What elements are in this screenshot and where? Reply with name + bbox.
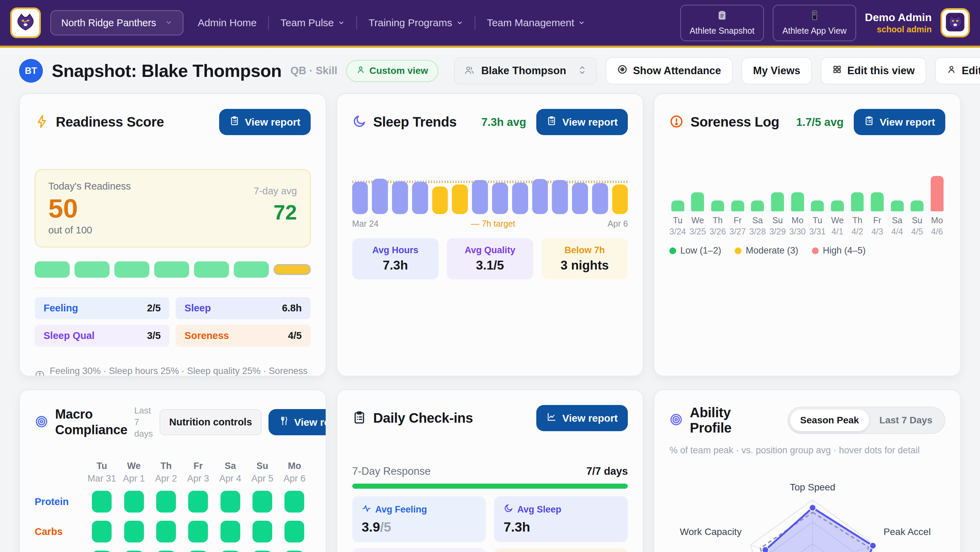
sleep-bar[interactable] bbox=[352, 182, 368, 214]
sleep-bar[interactable] bbox=[512, 183, 528, 214]
macro-cell bbox=[215, 519, 247, 544]
chevron-down-icon bbox=[456, 17, 463, 29]
sleep-bar[interactable] bbox=[432, 186, 448, 214]
readiness-day-pill[interactable] bbox=[75, 261, 110, 278]
readiness-day-pill[interactable] bbox=[115, 261, 150, 278]
clipboard-icon bbox=[864, 116, 874, 128]
target-icon bbox=[669, 413, 683, 428]
nav-divider bbox=[475, 16, 476, 30]
sleep-bar[interactable] bbox=[412, 182, 428, 214]
edit-this-view-button[interactable]: Edit this view bbox=[821, 57, 926, 84]
sleep-bar[interactable] bbox=[492, 183, 508, 214]
macro-met-square bbox=[188, 491, 208, 512]
nutrition-controls-button[interactable]: Nutrition controls bbox=[159, 409, 261, 435]
athlete-select-value: Blake Thompson bbox=[481, 65, 571, 77]
sleep-bar[interactable] bbox=[392, 181, 408, 214]
checkins-view-report-button[interactable]: View report bbox=[536, 405, 628, 431]
info-icon bbox=[35, 370, 45, 376]
sleep-bar[interactable] bbox=[372, 179, 388, 214]
toggle-last-7-days[interactable]: Last 7 Days bbox=[869, 409, 943, 431]
team-selector-value: North Ridge Panthers bbox=[61, 17, 156, 29]
radar-data-dot[interactable] bbox=[809, 505, 816, 511]
soreness-bar[interactable] bbox=[931, 176, 943, 212]
soreness-legend: Low (1–2) Moderate (3) High (4–5) bbox=[669, 245, 945, 256]
soreness-view-report-button[interactable]: View report bbox=[854, 109, 945, 135]
sleep-bar[interactable] bbox=[472, 180, 488, 214]
nav-item-training-programs[interactable]: Training Programs bbox=[369, 17, 463, 29]
edit-athlete-profile-button[interactable]: Edit Athlete Profile bbox=[935, 57, 980, 84]
soreness-day-column: Fr3/27 bbox=[729, 200, 746, 237]
card-title: Soreness Log bbox=[690, 115, 779, 130]
macro-view-report-button[interactable]: View report bbox=[269, 409, 326, 435]
readiness-day-pill[interactable] bbox=[194, 261, 229, 278]
below-target-stat: Below 7h 3 nights bbox=[541, 238, 628, 279]
readiness-view-report-button[interactable]: View report bbox=[219, 109, 311, 135]
soreness-bar[interactable] bbox=[751, 200, 764, 212]
bolt-icon bbox=[35, 115, 49, 130]
readiness-today-pill[interactable] bbox=[274, 264, 311, 275]
sleep-view-report-button[interactable]: View report bbox=[536, 109, 628, 135]
sleep-bar[interactable] bbox=[532, 179, 548, 214]
show-attendance-button[interactable]: Show Attendance bbox=[606, 57, 733, 84]
soreness-bar[interactable] bbox=[831, 200, 844, 212]
soreness-bar[interactable] bbox=[891, 200, 904, 212]
soreness-day-column: Tu3/24 bbox=[669, 200, 686, 237]
soreness-bar[interactable] bbox=[811, 200, 824, 212]
soreness-bar[interactable] bbox=[771, 192, 784, 212]
toggle-season-peak[interactable]: Season Peak bbox=[790, 409, 869, 431]
radar-data-dot[interactable] bbox=[762, 547, 768, 552]
team-logo[interactable] bbox=[10, 8, 41, 38]
macro-met-square bbox=[221, 521, 240, 542]
soreness-bar[interactable] bbox=[851, 192, 864, 212]
soreness-day-column: Mo3/30 bbox=[789, 192, 806, 237]
my-views-button[interactable]: My Views bbox=[741, 57, 812, 84]
divider bbox=[35, 288, 311, 288]
user-menu[interactable]: Demo Admin school admin bbox=[865, 11, 932, 35]
custom-view-badge[interactable]: Custom view bbox=[346, 60, 438, 82]
athlete-snapshot-button[interactable]: Athlete Snapshot bbox=[680, 5, 764, 41]
soreness-log-card: Soreness Log 1.7/5 avg View report Tu3/2… bbox=[654, 93, 961, 376]
readiness-day-pill[interactable] bbox=[234, 261, 269, 278]
response-label: 7-Day Response bbox=[352, 465, 431, 477]
soreness-bar[interactable] bbox=[911, 200, 924, 212]
readiness-day-pill[interactable] bbox=[35, 261, 70, 278]
macro-cell bbox=[215, 489, 247, 515]
readiness-day-pill[interactable] bbox=[154, 261, 189, 278]
macro-date-label: Apr 1 bbox=[118, 472, 150, 485]
sleep-bar[interactable] bbox=[572, 183, 588, 214]
soreness-stat: Soreness bbox=[494, 548, 628, 552]
macro-cell bbox=[86, 519, 118, 544]
nav-item-team-pulse[interactable]: Team Pulse bbox=[280, 17, 345, 29]
soreness-bar[interactable] bbox=[711, 200, 724, 212]
avg-hours-stat: Avg Hours 7.3h bbox=[352, 238, 439, 279]
user-avatar[interactable] bbox=[940, 8, 970, 37]
ability-profile-card: Ability Profile Season Peak Last 7 Days … bbox=[654, 389, 961, 552]
sleep-bar[interactable] bbox=[612, 185, 628, 214]
athlete-select[interactable]: Blake Thompson bbox=[454, 57, 597, 84]
soreness-bar[interactable] bbox=[791, 192, 804, 212]
soreness-date-label: 3/27 bbox=[729, 227, 746, 237]
today-readiness-label: Today's Readiness bbox=[48, 181, 131, 192]
nav-item-team-management[interactable]: Team Management bbox=[487, 17, 585, 29]
team-selector[interactable]: North Ridge Panthers bbox=[50, 10, 183, 35]
soreness-bar[interactable] bbox=[871, 192, 884, 212]
macro-cell bbox=[118, 519, 150, 544]
sleep-qual-stat: Sleep Qual bbox=[352, 548, 486, 552]
soreness-bar[interactable] bbox=[691, 192, 704, 212]
soreness-date-label: 3/24 bbox=[669, 227, 686, 237]
today-readiness-scale: out of 100 bbox=[48, 224, 131, 236]
card-title: Readiness Score bbox=[56, 115, 164, 130]
sleep-bar[interactable] bbox=[452, 185, 468, 214]
sleep-bar[interactable] bbox=[592, 183, 608, 214]
athlete-app-view-button[interactable]: Athlete App View bbox=[773, 5, 856, 41]
soreness-date-label: 4/5 bbox=[911, 227, 923, 237]
soreness-bar[interactable] bbox=[731, 200, 744, 212]
radar-data-dot[interactable] bbox=[869, 542, 876, 549]
response-value: 7/7 days bbox=[586, 465, 628, 477]
nav-item-admin-home[interactable]: Admin Home bbox=[198, 17, 256, 29]
legend-high: High (4–5) bbox=[812, 245, 865, 256]
clipboard-icon bbox=[717, 10, 727, 22]
sleep-bar[interactable] bbox=[552, 180, 568, 214]
soreness-bar[interactable] bbox=[671, 200, 684, 212]
user-role: school admin bbox=[865, 24, 932, 35]
